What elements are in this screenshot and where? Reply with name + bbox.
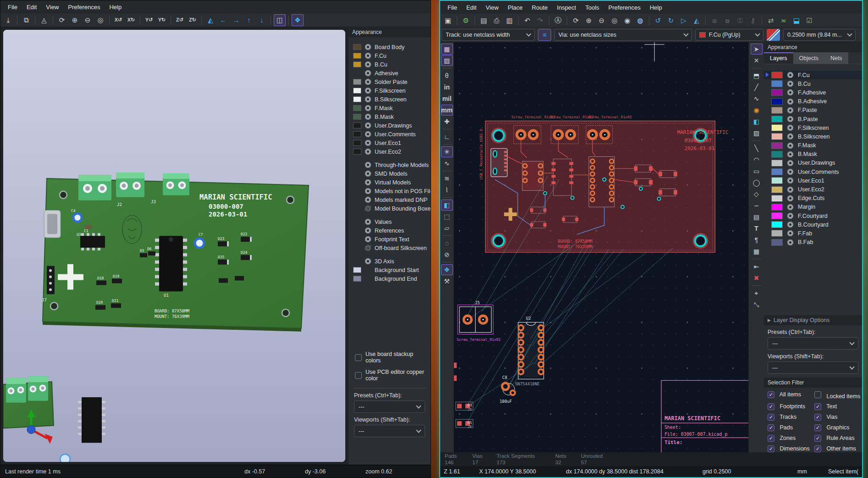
visibility-eye-icon[interactable] xyxy=(365,205,371,212)
appearance-item[interactable]: B.Cu xyxy=(353,60,429,69)
visibility-eye-icon[interactable] xyxy=(787,195,794,202)
units-mm-icon[interactable]: mm xyxy=(441,105,453,116)
layer-color-swatch[interactable] xyxy=(771,80,783,87)
copy-image-icon[interactable]: ⧉ xyxy=(20,14,32,26)
draw-polygon-icon[interactable]: ◇ xyxy=(751,189,763,200)
checkbox-box[interactable]: ✓ xyxy=(814,414,821,421)
visibility-eye-icon[interactable] xyxy=(365,245,371,251)
layer-row[interactable]: F.Cu xyxy=(764,71,862,79)
unlock-icon[interactable]: ⚷ xyxy=(747,15,759,27)
appearance-item[interactable]: F.Mask xyxy=(353,104,429,112)
appearance-item[interactable]: F.Cu xyxy=(353,51,429,60)
visibility-eye-icon[interactable] xyxy=(365,236,371,243)
visibility-eye-icon[interactable] xyxy=(365,44,371,50)
appearance-item[interactable]: Background End xyxy=(353,274,429,283)
color-swatch[interactable] xyxy=(353,88,361,94)
page-settings-icon[interactable]: ▤ xyxy=(478,15,490,27)
presets-dropdown[interactable]: --- xyxy=(354,400,425,413)
tab-objects[interactable]: Objects xyxy=(793,52,824,64)
color-swatch[interactable] xyxy=(353,44,361,50)
refresh-icon[interactable]: ⟳ xyxy=(570,15,582,27)
pan-down-icon[interactable]: ↓ xyxy=(256,14,268,26)
layer-color-swatch[interactable] xyxy=(771,221,783,228)
highlight-net-tool-icon[interactable]: ✕ xyxy=(751,55,763,66)
grid-origin-icon[interactable]: ⌖ xyxy=(751,288,763,299)
offboard-dip-chip[interactable] xyxy=(78,397,105,443)
selection-filter-checkbox[interactable]: ✓ Other items xyxy=(814,445,861,452)
add-text-icon[interactable]: T xyxy=(751,223,763,234)
appearance-item[interactable]: Solder Paste xyxy=(353,78,429,86)
appearance-item[interactable]: Values xyxy=(353,217,429,226)
rotate-x-cw-icon[interactable]: X↻ xyxy=(125,14,137,26)
selection-filter-checkbox[interactable]: ✓ Pads xyxy=(768,424,814,431)
zoom-in-icon[interactable]: ⊕ xyxy=(69,14,81,26)
layer-row[interactable]: F.Adhesive xyxy=(764,88,862,97)
visibility-eye-icon[interactable] xyxy=(787,168,794,175)
visibility-eye-icon[interactable] xyxy=(365,131,371,138)
layer-row[interactable]: User.Eco1 xyxy=(764,176,862,185)
appearance-item[interactable]: F.Silkscreen xyxy=(353,86,429,95)
appearance-item[interactable]: Board Body xyxy=(353,43,429,51)
color-swatch[interactable] xyxy=(353,122,361,128)
redo-icon[interactable]: ↷ xyxy=(534,15,546,27)
add-filled-zone-icon[interactable]: ◧ xyxy=(751,116,763,127)
export-image-icon[interactable]: ⤓ xyxy=(2,14,14,26)
zoom-in-icon[interactable]: ⊕ xyxy=(583,15,595,27)
selection-filter-checkbox[interactable]: ✓ Graphics xyxy=(814,424,861,431)
reload-board-icon[interactable]: ⟳ xyxy=(56,14,68,26)
rotate-ccw-icon[interactable]: ↺ xyxy=(652,15,664,27)
save-icon[interactable]: ▣ xyxy=(442,15,454,27)
visibility-eye-icon[interactable] xyxy=(787,124,794,131)
undo-icon[interactable]: ↶ xyxy=(521,15,533,27)
visibility-eye-icon[interactable] xyxy=(787,80,794,87)
menu-item[interactable]: Edit xyxy=(22,2,41,12)
layer-color-swatch[interactable] xyxy=(771,230,783,237)
layer-color-swatch[interactable] xyxy=(771,160,783,167)
layer-row[interactable]: B.Adhesive xyxy=(764,97,862,106)
visibility-eye-icon[interactable] xyxy=(365,52,371,59)
visibility-eye-icon[interactable] xyxy=(365,227,371,234)
checkbox-box[interactable]: ✓ xyxy=(768,424,774,431)
appearance-item[interactable]: Off-board Silkscreen xyxy=(353,244,429,252)
units-mils-icon[interactable]: mil xyxy=(441,93,453,104)
layer-row[interactable]: B.Courtyard xyxy=(764,220,862,229)
checkbox-box[interactable]: ✓ xyxy=(814,403,821,410)
board-setup-icon[interactable]: ⚙ xyxy=(460,15,472,27)
layer-color-swatch[interactable] xyxy=(771,212,783,219)
selection-filter-checkbox[interactable]: Locked items xyxy=(814,391,861,400)
visibility-eye-icon[interactable] xyxy=(787,239,794,246)
layer-row[interactable]: User.Comments xyxy=(764,167,862,176)
visibility-eye-icon[interactable] xyxy=(365,148,371,155)
selection-filter-checkbox[interactable]: ✓ Rule Areas xyxy=(814,435,861,442)
rotate-y-cw-icon[interactable]: Y↻ xyxy=(156,14,168,26)
color-swatch[interactable] xyxy=(353,149,361,155)
layer-color-swatch[interactable] xyxy=(771,204,783,211)
checkbox-box[interactable]: ✓ xyxy=(768,391,774,398)
route-tracks-icon[interactable]: ╱ xyxy=(751,82,763,93)
via-outline-mode-icon[interactable]: ◌ xyxy=(441,238,453,249)
layer-row[interactable]: F.Mask xyxy=(764,141,862,150)
selection-filter-checkbox[interactable]: ✓ Footprints xyxy=(768,403,814,410)
rotate-x-ccw-icon[interactable]: X↺ xyxy=(112,14,124,26)
layer-row[interactable]: B.Mask xyxy=(764,150,862,159)
auto-track-width-icon[interactable]: ≡ xyxy=(538,29,551,41)
presets-dropdown[interactable]: --- xyxy=(768,337,858,350)
appearance-item[interactable]: User.Comments xyxy=(353,130,429,139)
color-swatch[interactable] xyxy=(353,131,361,137)
add-table-icon[interactable]: ▦ xyxy=(751,246,763,257)
visibility-eye-icon[interactable] xyxy=(787,72,794,78)
measure-tool-icon[interactable]: ⤡ xyxy=(751,299,763,310)
menu-item[interactable]: Preferences xyxy=(63,2,105,12)
polar-coordinates-icon[interactable]: θ xyxy=(441,70,453,81)
visibility-eye-icon[interactable] xyxy=(787,98,794,105)
color-swatch[interactable] xyxy=(353,79,361,85)
grid-show-icon[interactable]: ▦ xyxy=(441,44,453,55)
layer-row[interactable]: B.Fab xyxy=(764,238,862,247)
add-rule-area-icon[interactable]: ▨ xyxy=(751,128,763,139)
color-swatch[interactable] xyxy=(353,140,361,146)
zoom-fit-icon[interactable]: ◎ xyxy=(94,14,106,26)
visibility-eye-icon[interactable] xyxy=(787,212,794,219)
footprint-editor-icon[interactable]: ⬓ xyxy=(791,15,802,27)
menu-item[interactable]: Tools xyxy=(581,3,603,12)
option-checkbox[interactable]: Use board stackup colors xyxy=(355,351,429,364)
